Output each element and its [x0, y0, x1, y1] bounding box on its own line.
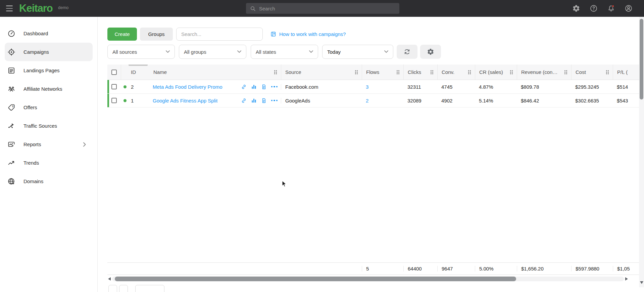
cell-clicks: 32311 [403, 84, 437, 90]
app-logo[interactable]: Keitaro [19, 2, 53, 14]
global-search-input[interactable] [259, 6, 395, 11]
price-tag-icon: $ [7, 103, 15, 112]
bell-icon[interactable] [607, 4, 615, 12]
filter-groups-select[interactable]: All groups [179, 45, 246, 59]
help-icon[interactable] [590, 4, 598, 12]
pagination-next-button[interactable] [119, 285, 128, 292]
scrollbar-thumb[interactable] [640, 19, 643, 99]
column-header-pl[interactable]: P/L ( [613, 65, 639, 80]
pages-icon [7, 67, 15, 75]
status-dot-active [123, 85, 127, 88]
sidebar-item-campaigns[interactable]: Campaigns [5, 43, 93, 61]
select-all-checkbox[interactable] [107, 65, 121, 80]
sidebar-item-dashboard[interactable]: Dashboard [5, 24, 93, 43]
mouse-cursor [282, 180, 289, 188]
row-checkbox[interactable] [107, 98, 121, 103]
refresh-button[interactable] [397, 45, 417, 59]
sidebar-item-trends[interactable]: Trends [5, 154, 93, 172]
cell-cost: $302.6635 [571, 98, 613, 103]
cell-pl: $514 [613, 84, 639, 90]
page-size-select[interactable] [135, 285, 164, 292]
sidebar-item-traffic-sources[interactable]: Traffic Sources [5, 117, 93, 135]
link-icon[interactable] [241, 84, 247, 90]
scrollbar-thumb[interactable] [115, 277, 516, 281]
column-drag-handle[interactable] [274, 70, 277, 74]
campaign-link[interactable]: Google Ads Fitness App Split [153, 98, 217, 103]
more-actions-icon[interactable] [271, 99, 278, 102]
column-header-conv[interactable]: Conv. [437, 65, 475, 80]
column-header-clicks[interactable]: Clicks [403, 65, 437, 80]
total-pl: $1,05 [613, 266, 639, 272]
hamburger-menu-icon[interactable] [6, 5, 13, 11]
help-campaigns-link[interactable]: How to work with campaigns? [270, 28, 346, 41]
account-icon[interactable] [625, 4, 633, 12]
cell-revenue: $846.42 [517, 98, 571, 103]
row-actions [241, 98, 278, 103]
report-doc-icon[interactable] [261, 84, 267, 90]
chevron-down-icon [166, 50, 170, 53]
column-drag-handle[interactable] [510, 70, 513, 74]
flows-link[interactable]: 2 [366, 98, 368, 103]
column-header-revenue[interactable]: Revenue (con… [517, 65, 571, 80]
top-bar: Keitaro demo [0, 0, 644, 17]
sidebar-item-label: Reports [23, 141, 41, 147]
row-checkbox[interactable] [107, 84, 121, 89]
column-drag-handle[interactable] [564, 70, 567, 74]
column-header-id[interactable]: ID [129, 65, 149, 80]
sidebar-item-label: Affiliate Networks [23, 86, 62, 92]
chevron-right-icon [81, 142, 89, 147]
sidebar-item-domains[interactable]: Domains [5, 172, 93, 191]
filter-date-select[interactable]: Today [322, 45, 393, 59]
filter-states-select[interactable]: All states [251, 45, 318, 59]
cell-name: Google Ads Fitness App Split [149, 98, 281, 103]
scroll-down-arrow-icon[interactable] [640, 281, 643, 284]
cell-conv: 4745 [437, 84, 475, 90]
column-drag-handle[interactable] [397, 70, 399, 74]
keitaro-app: Keitaro demo Dashboard Campaigns Landing… [0, 0, 644, 292]
report-doc-icon[interactable] [261, 98, 267, 103]
sidebar-item-label: Trends [23, 160, 39, 166]
total-clicks: 64400 [403, 266, 437, 272]
groups-button[interactable]: Groups [140, 28, 173, 41]
report-chart-icon [7, 140, 15, 149]
cell-revenue: $809.78 [517, 84, 571, 90]
column-header-source[interactable]: Source [281, 65, 362, 80]
total-cr: 5.00% [475, 266, 517, 272]
global-search [246, 3, 399, 14]
stats-chart-icon[interactable] [251, 84, 257, 90]
table-settings-button[interactable] [420, 45, 441, 59]
column-header-cost[interactable]: Cost [571, 65, 613, 80]
table-header-row: ID Name Source Flows Clicks Conv. CR (sa… [107, 65, 639, 80]
scroll-right-arrow-icon[interactable] [625, 277, 628, 281]
stats-chart-icon[interactable] [251, 98, 257, 103]
column-header-name[interactable]: Name [149, 65, 281, 80]
campaign-link[interactable]: Meta Ads Food Delivery Promo [153, 84, 222, 90]
cell-id: 1 [129, 98, 149, 103]
scroll-left-arrow-icon[interactable] [108, 277, 111, 281]
column-drag-handle[interactable] [355, 70, 358, 74]
notification-dot [612, 5, 614, 7]
create-button[interactable]: Create [107, 28, 137, 41]
sidebar-item-landings-pages[interactable]: Landings Pages [5, 61, 93, 80]
sidebar-item-offers[interactable]: $ Offers [5, 98, 93, 117]
total-revenue: $1,656.20 [517, 266, 571, 272]
link-icon[interactable] [241, 98, 247, 103]
column-header-flows[interactable]: Flows [362, 65, 403, 80]
column-drag-handle[interactable] [468, 70, 471, 74]
trend-up-icon [7, 159, 15, 167]
pagination-prev-button[interactable] [108, 285, 117, 292]
cell-name: Meta Ads Food Delivery Promo [149, 84, 281, 90]
campaign-search-input[interactable] [176, 28, 263, 41]
filter-sources-value: All sources [112, 49, 137, 55]
sidebar-item-reports[interactable]: Reports [5, 135, 93, 154]
more-actions-icon[interactable] [271, 85, 278, 88]
column-drag-handle[interactable] [606, 70, 609, 74]
gear-icon[interactable] [572, 4, 580, 12]
demo-badge: demo [58, 5, 68, 10]
gear-icon [427, 48, 434, 55]
flows-link[interactable]: 3 [366, 84, 368, 90]
column-header-cr[interactable]: CR (sales) [475, 65, 517, 80]
filter-sources-select[interactable]: All sources [107, 45, 175, 59]
column-drag-handle[interactable] [431, 70, 433, 74]
sidebar-item-affiliate-networks[interactable]: Affiliate Networks [5, 80, 93, 98]
